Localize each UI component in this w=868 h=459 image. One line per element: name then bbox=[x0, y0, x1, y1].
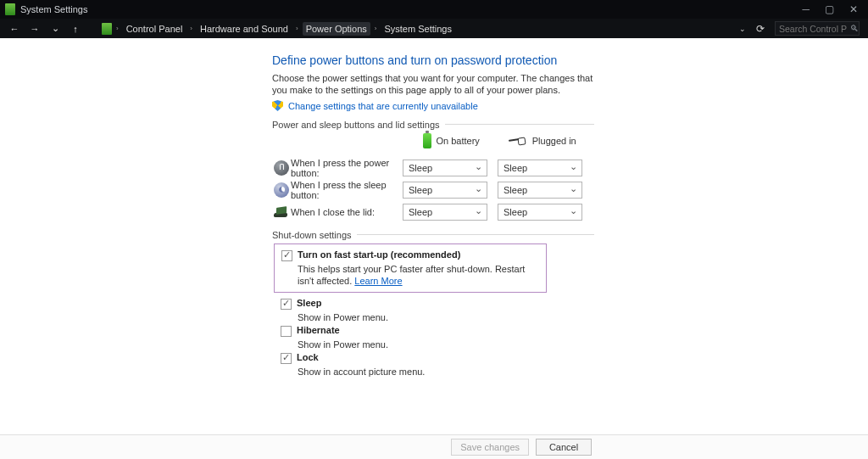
lock-checkbox[interactable] bbox=[281, 353, 292, 364]
back-icon[interactable]: ← bbox=[8, 24, 20, 34]
close-icon[interactable]: ✕ bbox=[849, 3, 858, 15]
cancel-button[interactable]: Cancel bbox=[536, 439, 592, 456]
col-plugged-in: Plugged in bbox=[509, 136, 594, 146]
lid-battery-select[interactable]: Sleep bbox=[403, 204, 487, 221]
hibernate-option-desc: Show in Power menu. bbox=[272, 339, 594, 350]
crumb-hardware-sound[interactable]: Hardware and Sound bbox=[197, 22, 292, 36]
section-shutdown-label: Shut-down settings bbox=[272, 230, 357, 240]
col-battery-label: On battery bbox=[437, 136, 480, 146]
close-lid-label: When I close the lid: bbox=[291, 207, 403, 217]
titlebar: System Settings ─ ▢ ✕ bbox=[0, 0, 868, 19]
power-icon bbox=[274, 160, 289, 176]
address-dropdown-icon[interactable]: ⌄ bbox=[739, 25, 746, 33]
minimize-icon[interactable]: ─ bbox=[802, 3, 810, 15]
crumb-power-options[interactable]: Power Options bbox=[303, 22, 370, 36]
power-battery-select[interactable]: Sleep bbox=[403, 160, 487, 176]
column-headers: On battery Plugged in bbox=[272, 133, 594, 148]
sleep-button-label: When I press the sleep button: bbox=[291, 180, 403, 200]
learn-more-link[interactable]: Learn More bbox=[354, 276, 402, 286]
col-on-battery: On battery bbox=[423, 133, 509, 148]
forward-icon[interactable]: → bbox=[29, 24, 41, 34]
content: Define power buttons and turn on passwor… bbox=[0, 38, 868, 434]
admin-link[interactable]: Change settings that are currently unava… bbox=[288, 101, 478, 111]
lock-option-desc: Show in account picture menu. bbox=[272, 366, 594, 378]
window-controls: ─ ▢ ✕ bbox=[802, 3, 863, 15]
chevron-icon[interactable]: › bbox=[375, 25, 377, 32]
refresh-icon[interactable]: ⟳ bbox=[756, 23, 765, 35]
section-buttons-label: Power and sleep buttons and lid settings bbox=[272, 120, 445, 130]
navbar-right: ⌄ ⟳ 🔍︎ bbox=[739, 21, 860, 36]
window-title: System Settings bbox=[20, 4, 802, 14]
moon-icon bbox=[274, 182, 289, 198]
navbar: ← → ⌄ ↑ › Control Panel › Hardware and S… bbox=[0, 19, 868, 38]
save-changes-button[interactable]: Save changes bbox=[451, 439, 529, 456]
col-plugged-label: Plugged in bbox=[532, 136, 576, 146]
hibernate-checkbox[interactable] bbox=[281, 326, 292, 337]
recent-icon[interactable]: ⌄ bbox=[49, 23, 61, 34]
power-plugged-select[interactable]: Sleep bbox=[498, 160, 582, 176]
sleep-checkbox[interactable] bbox=[281, 299, 292, 310]
shield-icon bbox=[272, 100, 283, 111]
page-description: Choose the power settings that you want … bbox=[272, 72, 594, 96]
sleep-plugged-select[interactable]: Sleep bbox=[498, 182, 582, 199]
crumb-system-settings[interactable]: System Settings bbox=[381, 22, 454, 36]
crumb-control-panel[interactable]: Control Panel bbox=[123, 22, 186, 36]
fast-startup-highlight: Turn on fast start-up (recommended) This… bbox=[274, 243, 547, 293]
power-button-row: When I press the power button: Sleep Sle… bbox=[272, 157, 594, 179]
sleep-battery-select[interactable]: Sleep bbox=[403, 182, 487, 199]
sleep-option-desc: Show in Power menu. bbox=[272, 311, 594, 323]
lid-plugged-select[interactable]: Sleep bbox=[498, 204, 582, 221]
chevron-icon[interactable]: › bbox=[116, 25, 119, 32]
location-icon bbox=[102, 23, 112, 35]
fast-startup-label: Turn on fast start-up (recommended) bbox=[298, 249, 460, 260]
app-icon bbox=[5, 3, 15, 15]
laptop-lid-icon bbox=[272, 206, 291, 218]
power-button-label: When I press the power button: bbox=[291, 158, 403, 178]
maximize-icon[interactable]: ▢ bbox=[825, 3, 834, 15]
search-icon[interactable]: 🔍︎ bbox=[850, 24, 859, 33]
breadcrumb: › Control Panel › Hardware and Sound › P… bbox=[102, 22, 731, 36]
lock-option-label: Lock bbox=[297, 352, 319, 362]
close-lid-row: When I close the lid: Sleep Sleep bbox=[272, 201, 594, 223]
sleep-button-row: When I press the sleep button: Sleep Sle… bbox=[272, 179, 594, 201]
fast-startup-checkbox[interactable] bbox=[281, 250, 292, 261]
footer: Save changes Cancel bbox=[0, 434, 868, 459]
battery-icon bbox=[423, 133, 431, 148]
sleep-option-label: Sleep bbox=[297, 298, 321, 308]
up-icon[interactable]: ↑ bbox=[70, 24, 81, 34]
search-box[interactable]: 🔍︎ bbox=[775, 21, 860, 36]
chevron-icon[interactable]: › bbox=[190, 25, 192, 32]
hibernate-option-label: Hibernate bbox=[297, 325, 340, 335]
page-title: Define power buttons and turn on passwor… bbox=[272, 53, 594, 67]
search-input[interactable] bbox=[779, 24, 847, 34]
admin-link-row: Change settings that are currently unava… bbox=[272, 100, 594, 111]
fast-startup-desc: This helps start your PC faster after sh… bbox=[281, 263, 541, 287]
chevron-icon[interactable]: › bbox=[296, 25, 298, 32]
plug-icon bbox=[509, 136, 527, 146]
